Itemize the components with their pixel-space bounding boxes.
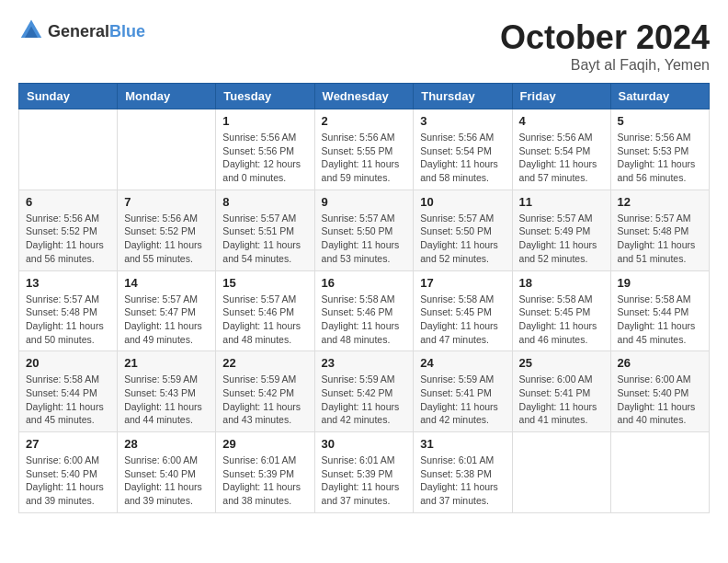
day-number: 14 <box>124 276 209 290</box>
day-number: 9 <box>322 195 407 209</box>
page-header: GeneralBlue October 2024 Bayt al Faqih, … <box>18 18 710 74</box>
calendar-week-2: 6Sunrise: 5:56 AM Sunset: 5:52 PM Daylig… <box>19 190 710 270</box>
weekday-sunday: Sunday <box>19 84 118 109</box>
day-number: 4 <box>519 114 604 128</box>
day-info: Sunrise: 5:56 AM Sunset: 5:52 PM Dayligh… <box>124 212 209 266</box>
calendar-cell: 15Sunrise: 5:57 AM Sunset: 5:46 PM Dayli… <box>216 270 314 351</box>
calendar-cell <box>512 432 610 513</box>
day-number: 23 <box>322 356 407 370</box>
day-number: 16 <box>322 276 407 290</box>
calendar-cell: 5Sunrise: 5:56 AM Sunset: 5:53 PM Daylig… <box>610 109 709 190</box>
calendar-week-4: 20Sunrise: 5:58 AM Sunset: 5:44 PM Dayli… <box>19 351 710 432</box>
logo-blue: Blue <box>109 22 145 40</box>
day-number: 20 <box>26 356 110 370</box>
calendar-cell: 25Sunrise: 6:00 AM Sunset: 5:41 PM Dayli… <box>512 351 610 432</box>
day-number: 2 <box>322 114 407 128</box>
day-info: Sunrise: 5:58 AM Sunset: 5:44 PM Dayligh… <box>618 293 702 347</box>
day-info: Sunrise: 5:58 AM Sunset: 5:45 PM Dayligh… <box>420 293 505 347</box>
calendar-cell: 23Sunrise: 5:59 AM Sunset: 5:42 PM Dayli… <box>314 351 414 432</box>
day-info: Sunrise: 5:59 AM Sunset: 5:41 PM Dayligh… <box>420 373 505 427</box>
calendar-cell: 31Sunrise: 6:01 AM Sunset: 5:38 PM Dayli… <box>414 432 512 513</box>
day-info: Sunrise: 5:57 AM Sunset: 5:46 PM Dayligh… <box>222 293 307 347</box>
day-number: 27 <box>26 437 110 451</box>
day-info: Sunrise: 5:58 AM Sunset: 5:45 PM Dayligh… <box>519 293 604 347</box>
day-info: Sunrise: 5:56 AM Sunset: 5:53 PM Dayligh… <box>618 131 702 185</box>
day-number: 7 <box>124 195 209 209</box>
day-number: 24 <box>420 356 505 370</box>
day-info: Sunrise: 5:56 AM Sunset: 5:52 PM Dayligh… <box>26 212 110 266</box>
day-info: Sunrise: 5:57 AM Sunset: 5:49 PM Dayligh… <box>519 212 604 266</box>
calendar-cell: 29Sunrise: 6:01 AM Sunset: 5:39 PM Dayli… <box>216 432 314 513</box>
calendar-week-3: 13Sunrise: 5:57 AM Sunset: 5:48 PM Dayli… <box>19 270 710 351</box>
day-info: Sunrise: 6:00 AM Sunset: 5:40 PM Dayligh… <box>124 454 209 508</box>
day-info: Sunrise: 5:59 AM Sunset: 5:42 PM Dayligh… <box>222 373 307 427</box>
calendar-cell: 10Sunrise: 5:57 AM Sunset: 5:50 PM Dayli… <box>414 190 512 270</box>
day-number: 15 <box>222 276 307 290</box>
calendar-cell: 30Sunrise: 6:01 AM Sunset: 5:39 PM Dayli… <box>314 432 414 513</box>
day-number: 30 <box>322 437 407 451</box>
calendar-cell: 4Sunrise: 5:56 AM Sunset: 5:54 PM Daylig… <box>512 109 610 190</box>
day-info: Sunrise: 5:56 AM Sunset: 5:56 PM Dayligh… <box>222 131 307 185</box>
day-info: Sunrise: 5:56 AM Sunset: 5:54 PM Dayligh… <box>420 131 505 185</box>
calendar-cell: 11Sunrise: 5:57 AM Sunset: 5:49 PM Dayli… <box>512 190 610 270</box>
day-number: 11 <box>519 195 604 209</box>
calendar-cell: 17Sunrise: 5:58 AM Sunset: 5:45 PM Dayli… <box>414 270 512 351</box>
weekday-wednesday: Wednesday <box>314 84 414 109</box>
calendar-cell: 21Sunrise: 5:59 AM Sunset: 5:43 PM Dayli… <box>118 351 216 432</box>
calendar-cell: 8Sunrise: 5:57 AM Sunset: 5:51 PM Daylig… <box>216 190 314 270</box>
day-info: Sunrise: 6:01 AM Sunset: 5:39 PM Dayligh… <box>222 454 307 508</box>
day-info: Sunrise: 5:57 AM Sunset: 5:50 PM Dayligh… <box>322 212 407 266</box>
day-number: 31 <box>420 437 505 451</box>
day-number: 17 <box>420 276 505 290</box>
calendar-cell: 2Sunrise: 5:56 AM Sunset: 5:55 PM Daylig… <box>314 109 414 190</box>
calendar-cell <box>610 432 709 513</box>
day-info: Sunrise: 5:57 AM Sunset: 5:48 PM Dayligh… <box>26 293 110 347</box>
logo-icon <box>18 18 44 44</box>
day-info: Sunrise: 5:58 AM Sunset: 5:44 PM Dayligh… <box>26 373 110 427</box>
logo-text: GeneralBlue <box>48 22 145 41</box>
calendar-cell: 20Sunrise: 5:58 AM Sunset: 5:44 PM Dayli… <box>19 351 118 432</box>
calendar-cell: 3Sunrise: 5:56 AM Sunset: 5:54 PM Daylig… <box>414 109 512 190</box>
calendar-cell: 16Sunrise: 5:58 AM Sunset: 5:46 PM Dayli… <box>314 270 414 351</box>
calendar-cell: 24Sunrise: 5:59 AM Sunset: 5:41 PM Dayli… <box>414 351 512 432</box>
calendar-cell: 12Sunrise: 5:57 AM Sunset: 5:48 PM Dayli… <box>610 190 709 270</box>
calendar-table: SundayMondayTuesdayWednesdayThursdayFrid… <box>18 83 710 513</box>
day-number: 21 <box>124 356 209 370</box>
day-number: 13 <box>26 276 110 290</box>
title-block: October 2024 Bayt al Faqih, Yemen <box>500 18 710 74</box>
day-number: 3 <box>420 114 505 128</box>
calendar-cell <box>19 109 118 190</box>
day-info: Sunrise: 6:01 AM Sunset: 5:38 PM Dayligh… <box>420 454 505 508</box>
day-number: 28 <box>124 437 209 451</box>
day-number: 5 <box>618 114 702 128</box>
calendar-cell: 9Sunrise: 5:57 AM Sunset: 5:50 PM Daylig… <box>314 190 414 270</box>
calendar-cell: 22Sunrise: 5:59 AM Sunset: 5:42 PM Dayli… <box>216 351 314 432</box>
weekday-thursday: Thursday <box>414 84 512 109</box>
calendar-cell: 13Sunrise: 5:57 AM Sunset: 5:48 PM Dayli… <box>19 270 118 351</box>
day-info: Sunrise: 5:57 AM Sunset: 5:50 PM Dayligh… <box>420 212 505 266</box>
weekday-monday: Monday <box>118 84 216 109</box>
day-info: Sunrise: 5:59 AM Sunset: 5:42 PM Dayligh… <box>322 373 407 427</box>
day-info: Sunrise: 5:57 AM Sunset: 5:51 PM Dayligh… <box>222 212 307 266</box>
calendar-cell: 6Sunrise: 5:56 AM Sunset: 5:52 PM Daylig… <box>19 190 118 270</box>
calendar-cell: 27Sunrise: 6:00 AM Sunset: 5:40 PM Dayli… <box>19 432 118 513</box>
day-number: 18 <box>519 276 604 290</box>
day-number: 6 <box>26 195 110 209</box>
day-number: 29 <box>222 437 307 451</box>
calendar-cell: 1Sunrise: 5:56 AM Sunset: 5:56 PM Daylig… <box>216 109 314 190</box>
day-info: Sunrise: 5:58 AM Sunset: 5:46 PM Dayligh… <box>322 293 407 347</box>
day-number: 10 <box>420 195 505 209</box>
day-number: 26 <box>618 356 702 370</box>
calendar-cell: 19Sunrise: 5:58 AM Sunset: 5:44 PM Dayli… <box>610 270 709 351</box>
day-info: Sunrise: 6:00 AM Sunset: 5:41 PM Dayligh… <box>519 373 604 427</box>
calendar-week-5: 27Sunrise: 6:00 AM Sunset: 5:40 PM Dayli… <box>19 432 710 513</box>
calendar-cell: 7Sunrise: 5:56 AM Sunset: 5:52 PM Daylig… <box>118 190 216 270</box>
logo-general: General <box>48 22 109 40</box>
weekday-friday: Friday <box>512 84 610 109</box>
day-info: Sunrise: 5:56 AM Sunset: 5:55 PM Dayligh… <box>322 131 407 185</box>
day-number: 12 <box>618 195 702 209</box>
weekday-tuesday: Tuesday <box>216 84 314 109</box>
day-info: Sunrise: 5:57 AM Sunset: 5:48 PM Dayligh… <box>618 212 702 266</box>
calendar-cell <box>118 109 216 190</box>
calendar-cell: 26Sunrise: 6:00 AM Sunset: 5:40 PM Dayli… <box>610 351 709 432</box>
